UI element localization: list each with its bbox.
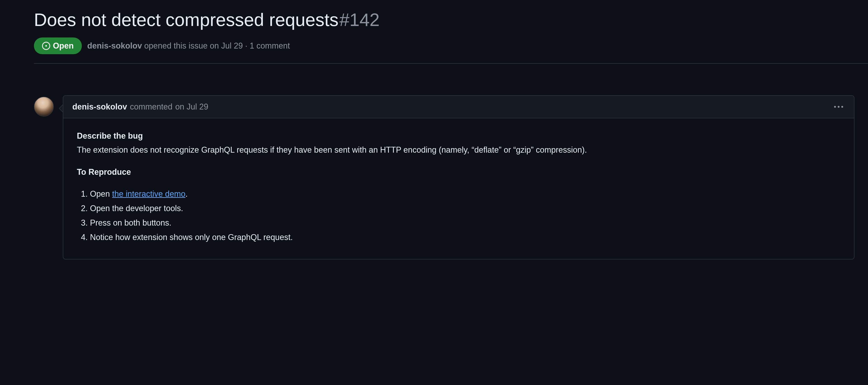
step-text: Press on both buttons. (90, 218, 171, 228)
issue-meta-date[interactable]: on Jul 29 (210, 41, 243, 50)
step-text: Open the developer tools. (90, 204, 183, 213)
issue-author-link[interactable]: denis-sokolov (87, 41, 142, 50)
heading-describe-bug: Describe the bug (77, 130, 840, 142)
kebab-dot-icon (838, 106, 839, 108)
kebab-dot-icon (834, 106, 836, 108)
heading-to-reproduce: To Reproduce (77, 166, 840, 178)
issue-open-icon (42, 42, 50, 50)
comment-header: denis-sokolov commented on Jul 29 (63, 96, 854, 118)
issue-meta: denis-sokolov opened this issue on Jul 2… (87, 41, 290, 50)
status-badge-label: Open (53, 41, 74, 50)
issue-meta-opened: opened this issue (142, 41, 210, 50)
comment-box: denis-sokolov commented on Jul 29 Descri… (63, 95, 855, 259)
comment-author-link[interactable]: denis-sokolov (72, 102, 127, 111)
step-text: Notice how extension shows only one Grap… (90, 233, 293, 242)
step-text: . (185, 189, 188, 199)
comment-caret (59, 104, 63, 112)
list-item: Press on both buttons. (90, 216, 840, 229)
issue-meta-separator: · (243, 41, 250, 50)
comment-body: Describe the bug The extension does not … (63, 118, 854, 259)
comment-actions-menu[interactable] (832, 104, 845, 109)
list-item: Notice how extension shows only one Grap… (90, 231, 840, 244)
issue-number: #142 (339, 9, 379, 31)
issue-title: Does not detect compressed requests (34, 9, 338, 31)
comment-date-link[interactable]: on Jul 29 (175, 102, 208, 111)
comment-action-text: commented (130, 102, 173, 111)
reproduce-steps-list: Open the interactive demo. Open the deve… (77, 188, 840, 243)
issue-header: Does not detect compressed requests #142… (0, 9, 868, 54)
list-item: Open the interactive demo. (90, 188, 840, 200)
avatar[interactable] (34, 97, 54, 116)
status-badge-open: Open (34, 37, 82, 54)
issue-meta-comments: 1 comment (250, 41, 290, 50)
kebab-dot-icon (841, 106, 843, 108)
describe-bug-text: The extension does not recognize GraphQL… (77, 144, 840, 156)
interactive-demo-link[interactable]: the interactive demo (112, 189, 185, 199)
step-text: Open (90, 189, 112, 199)
list-item: Open the developer tools. (90, 202, 840, 215)
